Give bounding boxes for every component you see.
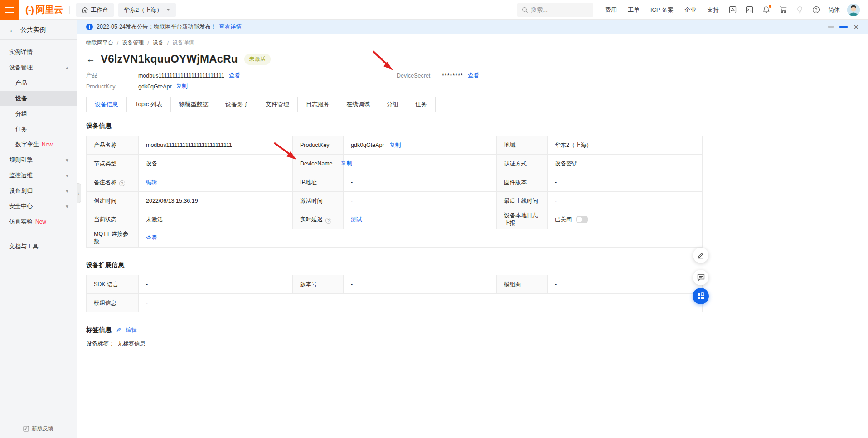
- menu-enterprise[interactable]: 企业: [684, 6, 696, 14]
- back-icon[interactable]: ←: [9, 26, 16, 34]
- title-row: ← V6lzVN1kquuOYWjMAcRu 未激活: [86, 53, 859, 65]
- info-value-cell: 2022/06/13 15:36:19: [139, 192, 293, 210]
- breadcrumb-item[interactable]: 设备: [153, 39, 164, 47]
- tags-label: 设备标签：: [86, 340, 115, 348]
- local-log-toggle[interactable]: [576, 216, 588, 223]
- new-badge: New: [42, 141, 53, 148]
- mqtt-params-view-link[interactable]: 查看: [146, 235, 157, 241]
- devicesecret-view-link[interactable]: 查看: [468, 72, 479, 79]
- aliyun-logo-mark: (-): [25, 5, 34, 15]
- tags-edit-link[interactable]: 编辑: [126, 326, 137, 334]
- table-row: 当前状态 未激活 实时延迟? 测试 设备本地日志上报 已关闭: [87, 210, 703, 229]
- sidebar-item-label: 设备管理: [9, 63, 33, 72]
- tab-log-service[interactable]: 日志服务: [298, 97, 338, 112]
- tab-file-management[interactable]: 文件管理: [257, 97, 298, 112]
- console-icon[interactable]: [746, 6, 753, 14]
- sidebar-item-security-center[interactable]: 安全中心 ▼: [0, 199, 77, 214]
- sidebar-item-digital-twin[interactable]: 数字孪生 New: [0, 137, 77, 152]
- tab-groups[interactable]: 分组: [378, 97, 407, 112]
- info-label-cell: ProductKey: [293, 136, 344, 155]
- menu-support[interactable]: 支持: [707, 6, 719, 14]
- info-label-cell: 地域: [497, 136, 548, 155]
- sidebar-item-simulation[interactable]: 仿真实验 New: [0, 214, 77, 229]
- sidebar-item-label: 分组: [15, 110, 27, 118]
- productkey-cell-copy-link[interactable]: 复制: [389, 142, 401, 148]
- help-icon[interactable]: [812, 6, 820, 14]
- tab-device-info[interactable]: 设备信息: [86, 97, 127, 112]
- section-title-tags: 标签信息: [86, 326, 112, 334]
- hamburger-menu-icon[interactable]: [0, 0, 19, 20]
- devicename-redacted: 复制: [351, 160, 357, 168]
- sidebar-header: ← 公共实例: [0, 20, 77, 40]
- breadcrumb-item[interactable]: 设备管理: [122, 39, 144, 47]
- sidebar-item-groups[interactable]: 分组: [0, 106, 77, 122]
- sidebar-item-instance-detail[interactable]: 实例详情: [0, 44, 77, 60]
- sidebar-item-label: 设备划归: [9, 187, 33, 195]
- section-title-device-info: 设备信息: [86, 122, 859, 130]
- workbench-button[interactable]: 工作台: [76, 3, 114, 17]
- latency-test-link[interactable]: 测试: [351, 216, 362, 223]
- cart-icon[interactable]: [779, 6, 787, 14]
- close-icon[interactable]: ✕: [853, 24, 859, 30]
- breadcrumb-item[interactable]: 物联网平台: [86, 39, 113, 47]
- lightbulb-icon[interactable]: [796, 6, 803, 14]
- language-switch[interactable]: 简体: [828, 6, 840, 14]
- info-label-cell: 最后上线时间: [497, 192, 548, 210]
- menu-icp[interactable]: ICP 备案: [650, 6, 674, 14]
- search-input[interactable]: [531, 6, 585, 13]
- feedback-button[interactable]: 新版反馈: [0, 425, 77, 433]
- info-label-cell: 激活时间: [293, 192, 344, 210]
- edit-fab[interactable]: [693, 248, 708, 263]
- sidebar-collapse-handle[interactable]: ‹: [77, 183, 81, 203]
- tab-online-debug[interactable]: 在线调试: [338, 97, 378, 112]
- topbar: (-) 阿里云 工作台 华东2（上海） ▼ 费用 工单 ICP 备案 企业 支持: [0, 0, 868, 20]
- tab-topic-list[interactable]: Topic 列表: [127, 97, 171, 112]
- feedback-fab[interactable]: [693, 270, 708, 285]
- aliyun-logo[interactable]: (-) 阿里云: [25, 4, 63, 16]
- devicename-copy-link[interactable]: 复制: [341, 160, 352, 166]
- pencil-icon[interactable]: ✎: [116, 326, 121, 334]
- breadcrumb: 物联网平台/ 设备管理/ 设备/ 设备详情: [86, 39, 859, 47]
- sidebar-item-docs-tools[interactable]: 文档与工具: [0, 239, 77, 254]
- devicesecret-label: DeviceSecret: [397, 73, 442, 79]
- tab-tsl-data[interactable]: 物模型数据: [171, 97, 217, 112]
- app-icon[interactable]: [729, 6, 737, 14]
- sidebar-item-monitoring[interactable]: 监控运维 ▼: [0, 168, 77, 183]
- carousel-dot-inactive[interactable]: [828, 26, 834, 28]
- region-selector[interactable]: 华东2（上海） ▼: [118, 3, 176, 17]
- sidebar-item-device-management[interactable]: 设备管理 ▲: [0, 60, 77, 75]
- global-search[interactable]: [517, 3, 593, 17]
- tab-jobs[interactable]: 任务: [407, 97, 436, 112]
- carousel-dot-active[interactable]: [839, 26, 848, 28]
- shortcuts-fab[interactable]: [693, 288, 709, 304]
- sidebar-item-device-allocation[interactable]: 设备划归 ▼: [0, 183, 77, 199]
- notification-icon[interactable]: [762, 6, 770, 14]
- info-value-cell: 查看: [139, 229, 703, 248]
- info-label-cell: 创建时间: [87, 192, 139, 210]
- back-icon[interactable]: ←: [86, 54, 95, 64]
- device-ext-table: SDK 语言 - 版本号 - 模组商 - 模组信息 -: [86, 275, 703, 312]
- sidebar-item-label: 数字孪生: [15, 141, 39, 149]
- info-label-cell: 备注名称?: [87, 173, 139, 192]
- sidebar-item-products[interactable]: 产品: [0, 75, 77, 91]
- avatar[interactable]: [847, 4, 860, 16]
- ext-value-cell: -: [139, 275, 293, 294]
- sidebar-item-rules-engine[interactable]: 规则引擎 ▼: [0, 152, 77, 168]
- feedback-icon: [23, 426, 29, 432]
- sidebar-item-jobs[interactable]: 任务: [0, 122, 77, 137]
- product-view-link[interactable]: 查看: [229, 72, 240, 79]
- status-badge: 未激活: [244, 54, 271, 65]
- sidebar-item-devices[interactable]: 设备: [0, 91, 77, 106]
- region-label: 华东2（上海）: [124, 6, 162, 14]
- tab-device-shadow[interactable]: 设备影子: [217, 97, 257, 112]
- help-icon[interactable]: ?: [325, 218, 331, 224]
- menu-billing[interactable]: 费用: [605, 6, 617, 14]
- help-icon[interactable]: ?: [119, 180, 125, 186]
- announcement-text: 2022-05-24发布公告：物联网平台新功能发布！: [97, 23, 216, 31]
- productkey-copy-link[interactable]: 复制: [176, 83, 188, 90]
- topbar-menu: 费用 工单 ICP 备案 企业 支持: [605, 6, 719, 14]
- menu-tickets[interactable]: 工单: [628, 6, 640, 14]
- sidebar-item-label: 文档与工具: [9, 243, 39, 251]
- remark-edit-link[interactable]: 编辑: [146, 179, 157, 185]
- announcement-detail-link[interactable]: 查看详情: [219, 23, 242, 31]
